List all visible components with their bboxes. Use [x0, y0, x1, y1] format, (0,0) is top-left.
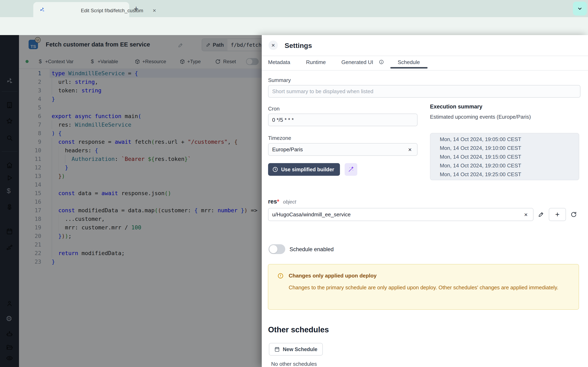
refresh-icon[interactable] — [571, 211, 577, 218]
resource-input[interactable]: u/HugoCasa/windmill_ee_service × — [268, 208, 534, 221]
schedule-enabled-toggle[interactable] — [268, 244, 285, 254]
info-icon — [379, 59, 384, 65]
browser-navbar: app.windmill.dev/scripts/edit/f/bd/fetch… — [0, 17, 588, 35]
upcoming-event: Mon, 14 Oct 2024, 19:05:00 CEST — [440, 135, 579, 144]
upcoming-event: Mon, 14 Oct 2024, 19:25:00 CEST — [440, 170, 579, 179]
divider — [262, 70, 588, 71]
upcoming-event: Mon, 14 Oct 2024, 19:10:00 CEST — [440, 144, 579, 152]
use-simplified-builder-button[interactable]: Use simplified builder — [268, 163, 340, 176]
schedule-enabled-label: Schedule enabled — [290, 246, 334, 253]
new-tab-button[interactable]: + — [134, 5, 138, 13]
required-mark: * — [277, 198, 279, 205]
arg-name: res — [268, 198, 277, 205]
warning-title: Changes only applied upon deploy — [289, 273, 376, 279]
summary-placeholder: Short summary to be displayed when liste… — [272, 88, 373, 95]
resource-value: u/HugoCasa/windmill_ee_service — [272, 211, 351, 218]
browser-tab-strip: Edit Script f/bd/fetch_custom × + — [0, 0, 588, 17]
clock-icon — [272, 166, 278, 173]
summary-label: Summary — [268, 77, 291, 83]
alert-icon — [277, 273, 284, 279]
tab-runtime[interactable]: Runtime — [306, 59, 326, 66]
cron-input[interactable]: 0 */5 * * * — [268, 114, 417, 126]
res-arg-header: res* object — [268, 198, 296, 205]
tab-generated-ui[interactable]: Generated UI — [341, 59, 373, 66]
warning-body: Changes to the primary schedule are only… — [289, 283, 566, 292]
close-icon: × — [271, 42, 275, 49]
upcoming-events-box: Mon, 14 Oct 2024, 19:05:00 CESTMon, 14 O… — [430, 133, 579, 180]
cron-label: Cron — [268, 106, 279, 112]
execution-summary-subheading: Estimated upcoming events (Europe/Paris) — [430, 114, 531, 120]
timezone-input[interactable]: Europe/Paris × — [268, 143, 417, 156]
chevron-down-icon — [577, 5, 583, 12]
browser-tab[interactable]: Edit Script f/bd/fetch_custom × — [33, 2, 129, 17]
window-chevron-button[interactable] — [573, 2, 587, 16]
upcoming-event: Mon, 14 Oct 2024, 19:15:00 CEST — [440, 152, 579, 161]
magic-wand-icon — [348, 166, 354, 173]
drawer-dim-overlay[interactable] — [0, 35, 262, 367]
add-resource-button[interactable]: + — [549, 208, 566, 221]
execution-summary-heading: Execution summary — [430, 104, 483, 110]
calendar-icon — [274, 346, 280, 352]
timezone-value: Europe/Paris — [272, 146, 303, 153]
ai-wand-button[interactable] — [345, 163, 357, 176]
timezone-label: Timezone — [268, 135, 291, 141]
settings-title: Settings — [285, 42, 312, 50]
settings-panel: × Settings Metadata Runtime Generated UI… — [262, 35, 588, 367]
other-schedules-heading: Other schedules — [268, 325, 329, 334]
summary-input[interactable]: Short summary to be displayed when liste… — [268, 85, 580, 98]
close-icon[interactable]: × — [153, 8, 156, 14]
cron-value: 0 */5 * * * — [272, 117, 294, 123]
new-schedule-button[interactable]: New Schedule — [269, 343, 323, 356]
upcoming-event: Mon, 14 Oct 2024, 19:20:00 CEST — [440, 161, 579, 170]
divider — [262, 56, 588, 56]
clear-timezone-icon[interactable]: × — [408, 147, 412, 153]
deploy-warning-box: Changes only applied upon deploy Changes… — [268, 264, 579, 310]
active-tab-underline — [390, 67, 428, 68]
windmill-favicon — [39, 7, 45, 13]
close-settings-button[interactable]: × — [268, 41, 278, 50]
clear-resource-icon[interactable]: × — [524, 212, 528, 218]
edit-resource-pencil-icon[interactable] — [538, 211, 544, 218]
tab-metadata[interactable]: Metadata — [268, 59, 290, 66]
no-other-schedules-text: No other schedules — [271, 361, 317, 367]
tab-schedule[interactable]: Schedule — [398, 59, 420, 66]
arg-type: object — [283, 199, 296, 205]
